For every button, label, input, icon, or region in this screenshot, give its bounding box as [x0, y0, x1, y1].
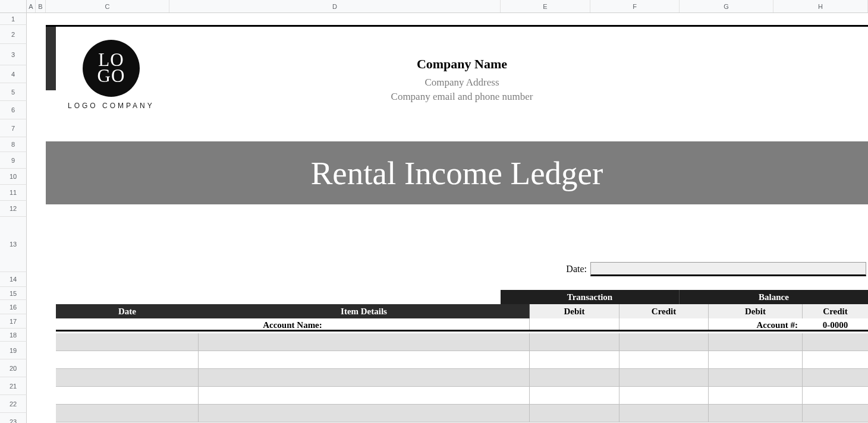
col-header-C[interactable]: C: [46, 0, 169, 12]
trans-debit-cell[interactable]: [530, 351, 619, 368]
row-header-18[interactable]: 18: [0, 329, 27, 342]
col-header-D[interactable]: D: [169, 0, 501, 12]
item-cell[interactable]: [199, 351, 530, 368]
th-item-details: Item Details: [199, 304, 530, 318]
bal-credit-cell[interactable]: [803, 351, 868, 368]
row-header-14[interactable]: 14: [0, 272, 27, 287]
row-header-21[interactable]: 21: [0, 377, 27, 395]
account-name-label: Account Name:: [56, 318, 530, 330]
row-header-19[interactable]: 19: [0, 342, 27, 359]
row-header-8[interactable]: 8: [0, 137, 27, 152]
date-cell[interactable]: [56, 333, 199, 351]
row-header-16[interactable]: 16: [0, 300, 27, 314]
item-cell[interactable]: [199, 369, 530, 386]
row-header-2[interactable]: 2: [0, 25, 27, 44]
left-accent-bar: [46, 27, 56, 90]
bal-debit-cell[interactable]: [709, 405, 803, 422]
col-header-A[interactable]: A: [27, 0, 36, 12]
document-header: LO GO LOGO COMPANY Company Name Company …: [56, 27, 868, 141]
company-name: Company Name: [56, 56, 868, 72]
date-cell[interactable]: [56, 405, 199, 422]
company-address: Company Address: [56, 77, 868, 89]
th-transaction-credit: Credit: [619, 304, 709, 318]
ledger-row[interactable]: [56, 369, 868, 387]
trans-credit-cell[interactable]: [619, 351, 709, 368]
ledger-row[interactable]: [56, 351, 868, 369]
title-banner: Rental Income Ledger: [46, 141, 868, 204]
company-info: Company Name Company Address Company ema…: [56, 56, 868, 105]
spreadsheet-grid[interactable]: LO GO LOGO COMPANY Company Name Company …: [27, 13, 868, 423]
row-header-15[interactable]: 15: [0, 287, 27, 300]
ledger-row[interactable]: [56, 387, 868, 405]
banner-title: Rental Income Ledger: [311, 154, 603, 192]
row-headers: 1234567891011121314151617181920212223: [0, 13, 27, 423]
col-header-E[interactable]: E: [501, 0, 590, 12]
row-header-1[interactable]: 1: [0, 13, 27, 25]
row-header-17[interactable]: 17: [0, 314, 27, 329]
th-balance-credit: Credit: [803, 304, 868, 318]
col-header-B[interactable]: B: [36, 0, 46, 12]
date-label: Date:: [501, 264, 590, 274]
account-spacer-2: [619, 318, 709, 330]
bal-debit-cell[interactable]: [709, 369, 803, 386]
row-header-11[interactable]: 11: [0, 185, 27, 201]
row-header-23[interactable]: 23: [0, 413, 27, 423]
date-cell[interactable]: [56, 369, 199, 386]
bal-credit-cell[interactable]: [803, 333, 868, 351]
th-balance-debit: Debit: [709, 304, 803, 318]
row-header-10[interactable]: 10: [0, 169, 27, 185]
item-cell[interactable]: [199, 333, 530, 351]
trans-debit-cell[interactable]: [530, 333, 619, 351]
account-number-label: Account #:: [709, 318, 803, 330]
row-header-4[interactable]: 4: [0, 65, 27, 83]
bal-debit-cell[interactable]: [709, 387, 803, 404]
bal-debit-cell[interactable]: [709, 351, 803, 368]
date-input[interactable]: [590, 262, 866, 276]
column-headers: A B C D E F G H: [0, 0, 868, 13]
row-header-3[interactable]: 3: [0, 44, 27, 65]
ledger-row[interactable]: [56, 405, 868, 422]
col-header-F[interactable]: F: [590, 0, 680, 12]
ledger-row[interactable]: [56, 333, 868, 351]
account-spacer-1: [530, 318, 619, 330]
corner-cell[interactable]: [0, 0, 27, 12]
th-date: Date: [56, 304, 199, 318]
bal-credit-cell[interactable]: [803, 405, 868, 422]
th-balance: Balance: [680, 290, 868, 304]
row-header-9[interactable]: 9: [0, 152, 27, 169]
company-contact: Company email and phone number: [56, 91, 868, 103]
row-header-20[interactable]: 20: [0, 359, 27, 377]
trans-debit-cell[interactable]: [530, 387, 619, 404]
row-header-6[interactable]: 6: [0, 101, 27, 119]
col-header-H[interactable]: H: [773, 0, 868, 12]
row-header-13[interactable]: 13: [0, 217, 27, 272]
date-cell[interactable]: [56, 351, 199, 368]
th-transaction: Transaction: [501, 290, 680, 304]
th-transaction-debit: Debit: [530, 304, 619, 318]
item-cell[interactable]: [199, 405, 530, 422]
table-header-columns: Date Item Details Debit Credit Debit Cre…: [56, 304, 868, 318]
trans-credit-cell[interactable]: [619, 369, 709, 386]
bal-credit-cell[interactable]: [803, 369, 868, 386]
trans-debit-cell[interactable]: [530, 369, 619, 386]
item-cell[interactable]: [199, 387, 530, 404]
row-header-7[interactable]: 7: [0, 119, 27, 137]
bal-debit-cell[interactable]: [709, 333, 803, 351]
account-number-value[interactable]: 0-0000: [803, 318, 868, 330]
table-header-groups: Transaction Balance: [501, 290, 868, 304]
col-header-G[interactable]: G: [680, 0, 773, 12]
date-row: Date:: [501, 261, 868, 277]
trans-credit-cell[interactable]: [619, 387, 709, 404]
date-cell[interactable]: [56, 387, 199, 404]
trans-credit-cell[interactable]: [619, 333, 709, 351]
trans-credit-cell[interactable]: [619, 405, 709, 422]
row-header-5[interactable]: 5: [0, 83, 27, 101]
account-row: Account Name: Account #: 0-0000: [56, 318, 868, 332]
row-header-12[interactable]: 12: [0, 201, 27, 217]
trans-debit-cell[interactable]: [530, 405, 619, 422]
row-header-22[interactable]: 22: [0, 395, 27, 413]
bal-credit-cell[interactable]: [803, 387, 868, 404]
ledger-data-rows: [56, 333, 868, 422]
